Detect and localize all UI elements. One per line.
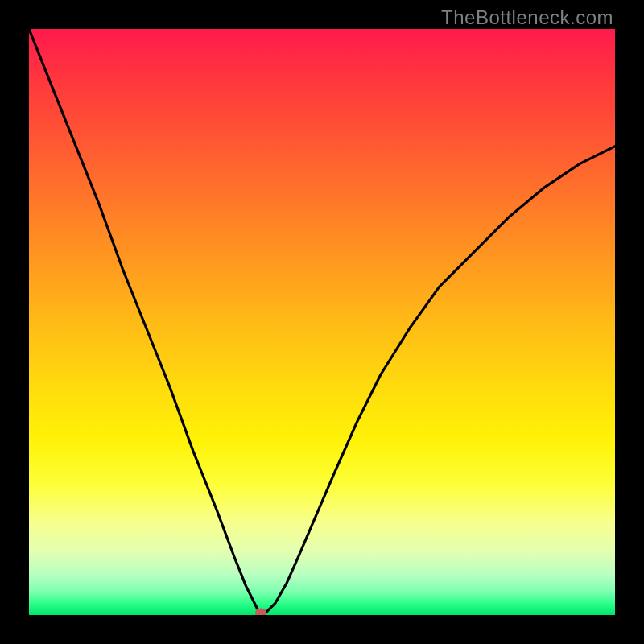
plot-area — [29, 29, 615, 615]
watermark-text: TheBottleneck.com — [441, 6, 613, 29]
chart-frame: TheBottleneck.com — [0, 0, 644, 644]
bottleneck-curve — [29, 29, 615, 615]
minimum-marker — [255, 609, 266, 616]
curve-layer — [29, 29, 615, 615]
